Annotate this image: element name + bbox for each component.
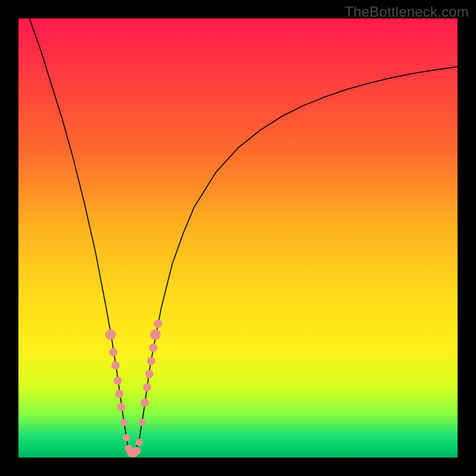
data-marker	[145, 370, 154, 378]
data-marker	[139, 419, 146, 426]
data-marker	[136, 439, 143, 446]
data-marker	[109, 348, 117, 356]
data-marker	[154, 320, 162, 328]
data-marker	[147, 357, 155, 365]
data-marker	[143, 383, 151, 392]
data-marker	[149, 344, 158, 352]
data-marker	[117, 403, 126, 411]
data-marker	[133, 447, 141, 455]
data-marker	[114, 377, 122, 385]
data-marker	[120, 419, 127, 426]
chart-overlay	[18, 18, 458, 458]
data-marker	[111, 361, 120, 369]
chart-frame: TheBottleneck.com	[0, 0, 476, 476]
data-marker	[115, 390, 124, 398]
data-markers	[105, 320, 162, 458]
bottleneck-curve	[29, 18, 458, 455]
data-marker	[141, 399, 149, 407]
watermark-text: TheBottleneck.com	[345, 4, 469, 20]
data-marker	[150, 329, 161, 340]
data-marker	[105, 329, 116, 340]
data-marker	[123, 434, 130, 441]
